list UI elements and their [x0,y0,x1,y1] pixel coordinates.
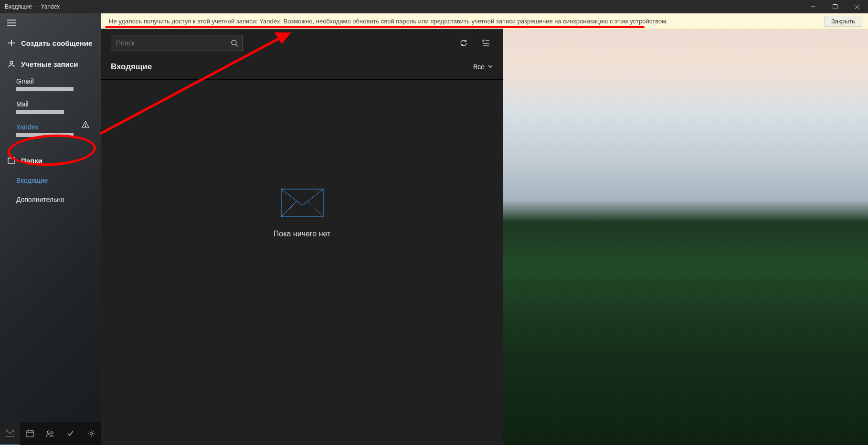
banner-message: Не удалось получить доступ к этой учетно… [101,18,824,25]
banner-close-button[interactable]: Закрыть [824,16,862,27]
annotation-underline [105,26,645,28]
svg-point-21 [232,40,236,45]
compose-label: Создать сообщение [21,39,92,47]
envelope-icon [281,189,324,217]
account-name: Mail [16,100,101,108]
desktop-wallpaper [503,0,868,445]
search-input[interactable] [111,39,227,47]
accounts-header[interactable]: Учетные записи [0,53,101,74]
people-app-button[interactable] [40,422,60,445]
svg-point-20 [90,433,93,435]
svg-rect-1 [833,5,837,9]
window-titlebar: Входящие — Yandex [0,0,868,13]
account-address-redacted [16,109,101,116]
calendar-app-button[interactable] [20,422,40,445]
svg-point-11 [85,126,85,127]
message-list-pane: Входящие Все Пока ничего нет [101,29,503,445]
folder-label: Дополнительно [16,196,64,203]
app-bottom-bar [0,422,101,445]
folder-label: Входящие [16,177,48,184]
warning-icon [81,120,90,131]
sync-button[interactable] [456,35,471,51]
window-minimize-button[interactable] [802,0,824,13]
mail-app-button[interactable] [0,422,20,445]
chevron-down-icon [487,63,493,71]
person-icon [6,60,17,68]
window-title: Входящие — Yandex [0,3,60,10]
svg-point-18 [47,431,50,434]
inbox-title: Входящие [111,62,152,72]
empty-state: Пока ничего нет [101,80,503,347]
svg-rect-26 [281,189,323,217]
hamburger-menu-button[interactable] [0,13,23,32]
select-mode-button[interactable] [478,35,493,51]
account-name: Gmail [16,77,101,85]
accounts-header-label: Учетные записи [21,60,78,68]
window-close-button[interactable] [846,0,868,13]
account-address-redacted [16,86,101,93]
window-maximize-button[interactable] [824,0,846,13]
folder-more[interactable]: Дополнительно [0,190,101,209]
search-box[interactable] [111,35,243,51]
account-item-gmail[interactable]: Gmail [0,74,101,97]
settings-button[interactable] [81,422,101,445]
folder-inbox[interactable]: Входящие [0,171,101,190]
filter-label: Все [473,63,485,71]
todo-app-button[interactable] [60,422,80,445]
svg-point-9 [10,61,13,64]
svg-rect-14 [27,431,33,437]
compose-button[interactable]: Создать сообщение [0,32,101,53]
plus-icon [6,39,17,47]
svg-point-19 [51,432,53,434]
empty-state-text: Пока ничего нет [274,230,330,238]
search-icon[interactable] [227,39,242,47]
svg-line-22 [236,44,238,46]
account-item-mail[interactable]: Mail [0,97,101,120]
filter-dropdown[interactable]: Все [473,63,493,71]
navigation-sidebar: Создать сообщение Учетные записи Gmail M… [0,13,101,445]
